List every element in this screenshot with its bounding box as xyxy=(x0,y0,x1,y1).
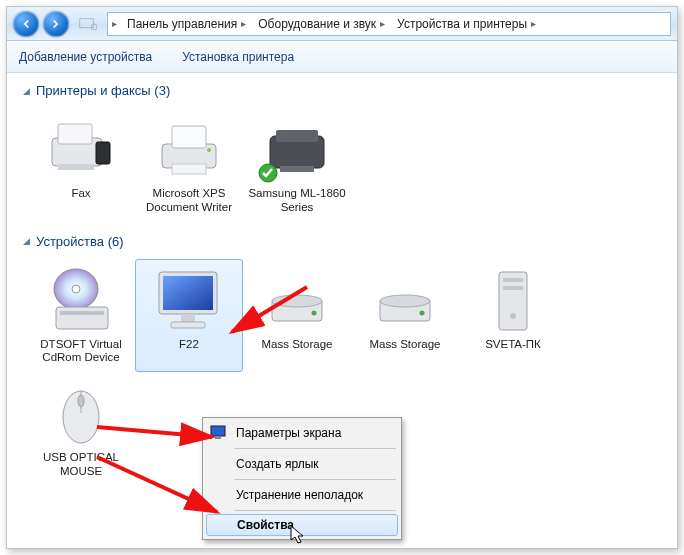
breadcrumb-segment[interactable]: Оборудование и звук ▸ xyxy=(252,13,391,35)
breadcrumb[interactable]: ▸ Панель управления ▸ Оборудование и зву… xyxy=(107,12,671,36)
breadcrumb-segment[interactable]: Панель управления ▸ xyxy=(121,13,252,35)
svg-point-1 xyxy=(91,24,97,30)
printer-icon xyxy=(138,115,240,185)
svg-rect-12 xyxy=(280,166,314,172)
section-header-printers[interactable]: ◢ Принтеры и факсы (3) xyxy=(23,83,669,98)
collapse-icon: ◢ xyxy=(23,236,30,246)
device-label: SVETA-ПК xyxy=(462,338,564,352)
chevron-right-icon: ▸ xyxy=(108,18,121,29)
navigation-bar: ▸ Панель управления ▸ Оборудование и зву… xyxy=(7,7,677,41)
chevron-right-icon: ▸ xyxy=(237,18,250,29)
context-menu: Параметры экрана Создать ярлык Устранени… xyxy=(202,417,402,540)
breadcrumb-label: Оборудование и звук xyxy=(258,17,376,31)
device-item-storage[interactable]: Mass Storage xyxy=(351,259,459,373)
svg-point-25 xyxy=(312,310,317,315)
add-device-button[interactable]: Добавление устройства xyxy=(19,50,152,64)
svg-point-9 xyxy=(207,148,211,152)
svg-point-15 xyxy=(72,285,80,293)
chevron-right-icon: ▸ xyxy=(376,18,389,29)
svg-rect-8 xyxy=(172,164,206,174)
menu-item-label: Создать ярлык xyxy=(236,457,319,471)
svg-rect-30 xyxy=(503,278,523,282)
section-title: Принтеры и факсы (3) xyxy=(36,83,170,98)
svg-rect-5 xyxy=(58,164,94,170)
device-item-xps[interactable]: Microsoft XPS Document Writer xyxy=(135,108,243,222)
svg-rect-16 xyxy=(56,307,108,329)
svg-rect-22 xyxy=(171,322,205,328)
hdd-icon xyxy=(354,266,456,336)
device-item-fax[interactable]: Fax xyxy=(27,108,135,222)
svg-rect-37 xyxy=(215,437,221,439)
svg-rect-31 xyxy=(503,286,523,290)
menu-item-label: Свойства xyxy=(237,518,294,532)
svg-rect-4 xyxy=(96,142,110,164)
svg-rect-17 xyxy=(60,311,104,315)
add-printer-button[interactable]: Установка принтера xyxy=(182,50,294,64)
svg-rect-36 xyxy=(211,426,225,436)
menu-item-label: Устранение неполадок xyxy=(236,488,363,502)
cursor-icon xyxy=(290,525,308,545)
svg-point-32 xyxy=(510,313,516,319)
svg-point-28 xyxy=(420,310,425,315)
optical-drive-icon xyxy=(30,266,132,336)
mouse-icon xyxy=(30,379,132,449)
device-label: Fax xyxy=(30,187,132,201)
command-bar: Добавление устройства Установка принтера xyxy=(7,41,677,73)
svg-rect-7 xyxy=(172,126,206,148)
monitor-small-icon xyxy=(210,424,228,442)
hdd-icon xyxy=(246,266,348,336)
printer-icon xyxy=(246,115,348,185)
device-label: Samsung ML-1860 Series xyxy=(246,187,348,215)
printers-grid: Fax Microsoft XPS Document Writer xyxy=(27,108,669,222)
menu-separator xyxy=(234,448,396,449)
svg-rect-20 xyxy=(163,276,213,310)
device-item-pc[interactable]: SVETA-ПК xyxy=(459,259,567,373)
breadcrumb-segment[interactable]: Устройства и принтеры ▸ xyxy=(391,13,542,35)
menu-item-display-settings[interactable]: Параметры экрана xyxy=(206,421,398,445)
fax-icon xyxy=(30,115,132,185)
section-header-devices[interactable]: ◢ Устройства (6) xyxy=(23,234,669,249)
device-item-mouse[interactable]: USB OPTICAL MOUSE xyxy=(27,372,135,486)
default-check-icon xyxy=(258,163,278,183)
device-item-cdrom[interactable]: DTSOFT Virtual CdRom Device xyxy=(27,259,135,373)
menu-item-label: Параметры экрана xyxy=(236,426,341,440)
section-title: Устройства (6) xyxy=(36,234,124,249)
svg-rect-3 xyxy=(58,124,92,144)
computer-tower-icon xyxy=(462,266,564,336)
forward-button[interactable] xyxy=(43,11,69,37)
svg-point-27 xyxy=(380,295,430,307)
monitor-icon xyxy=(138,266,240,336)
device-label: USB OPTICAL MOUSE xyxy=(30,451,132,479)
chevron-right-icon: ▸ xyxy=(527,18,540,29)
menu-separator xyxy=(234,479,396,480)
device-item-samsung[interactable]: Samsung ML-1860 Series xyxy=(243,108,351,222)
device-label: Microsoft XPS Document Writer xyxy=(138,187,240,215)
svg-point-35 xyxy=(78,395,84,407)
svg-rect-11 xyxy=(276,130,318,142)
menu-item-create-shortcut[interactable]: Создать ярлык xyxy=(206,452,398,476)
back-button[interactable] xyxy=(13,11,39,37)
menu-item-troubleshoot[interactable]: Устранение неполадок xyxy=(206,483,398,507)
breadcrumb-label: Устройства и принтеры xyxy=(397,17,527,31)
device-item-monitor[interactable]: F22 xyxy=(135,259,243,373)
device-item-storage[interactable]: Mass Storage xyxy=(243,259,351,373)
device-label: F22 xyxy=(138,338,240,352)
device-label: DTSOFT Virtual CdRom Device xyxy=(30,338,132,366)
device-label: Mass Storage xyxy=(354,338,456,352)
svg-rect-21 xyxy=(181,314,195,322)
address-icon xyxy=(79,16,97,32)
breadcrumb-label: Панель управления xyxy=(127,17,237,31)
device-label: Mass Storage xyxy=(246,338,348,352)
menu-separator xyxy=(234,510,396,511)
collapse-icon: ◢ xyxy=(23,86,30,96)
svg-point-24 xyxy=(272,295,322,307)
